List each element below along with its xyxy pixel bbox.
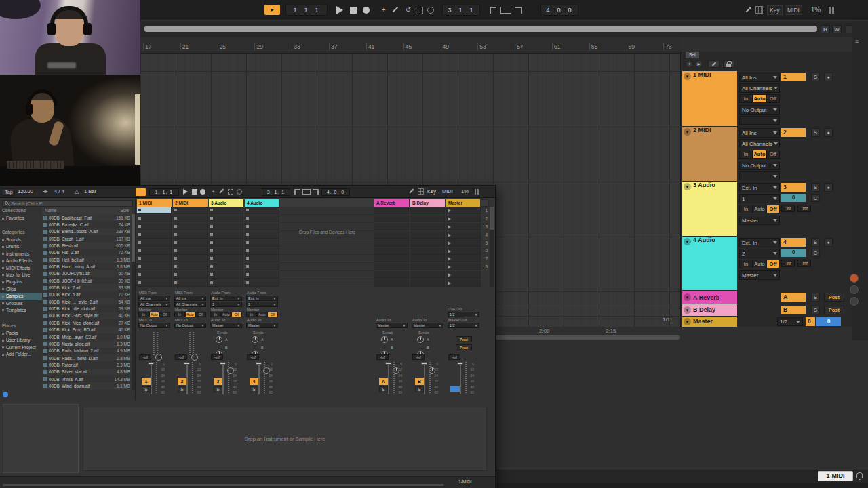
scene-fire-cell[interactable] <box>446 223 481 230</box>
track-color-tab-1[interactable]: ▾1 MIDI <box>682 71 737 126</box>
sidebar-item[interactable]: Plug-Ins <box>0 279 42 285</box>
clip-slot[interactable] <box>410 239 445 247</box>
pre-post-toggle[interactable]: Post <box>824 293 844 302</box>
volume-fader[interactable] <box>460 362 461 394</box>
file-row[interactable]: 00DB_Hell_bell.aif1.3 MB <box>42 256 132 263</box>
input-channel[interactable]: All Channels <box>138 302 170 307</box>
track-color-tab-3[interactable]: ▾3 Audio <box>682 182 737 236</box>
clip-slot[interactable] <box>374 223 409 230</box>
output-type-chooser[interactable]: No Output <box>739 105 780 115</box>
clip-slot[interactable] <box>209 207 243 214</box>
selection-box-icon[interactable] <box>228 189 233 195</box>
pan-knob[interactable] <box>155 354 162 361</box>
clip-slot[interactable] <box>209 239 243 247</box>
track-number[interactable]: 4 <box>781 238 806 247</box>
volume-display[interactable]: -inf <box>139 354 151 360</box>
cue-volume[interactable]: 0 <box>816 317 841 326</box>
master-out-chooser[interactable]: 1/2 <box>448 323 479 328</box>
unfold-icon[interactable]: ▾ <box>684 183 691 190</box>
clip-slot[interactable] <box>173 207 208 214</box>
clip-slot[interactable] <box>209 215 243 222</box>
record-button[interactable] <box>363 7 370 14</box>
output-type[interactable]: Master <box>376 323 408 328</box>
arm-button[interactable]: ● <box>824 73 833 81</box>
volume-display[interactable]: -inf <box>247 354 259 360</box>
punch-out-icon[interactable] <box>515 7 522 14</box>
clip-slot[interactable] <box>374 207 409 214</box>
volume-display[interactable]: -inf <box>448 354 460 360</box>
clip-slot[interactable] <box>173 263 208 270</box>
stop-button[interactable] <box>350 7 357 14</box>
input-type[interactable]: All Ins <box>138 296 170 301</box>
side-button-2[interactable] <box>850 285 859 294</box>
session-scrollbar[interactable] <box>490 207 494 287</box>
input-channel[interactable]: 1 <box>210 302 242 307</box>
unfold-icon[interactable]: ▾ <box>684 238 691 245</box>
clip-slot[interactable] <box>374 263 409 270</box>
clip-slot[interactable] <box>374 271 409 279</box>
clip-slot[interactable] <box>374 239 409 247</box>
cue-volume[interactable] <box>450 386 460 392</box>
file-row[interactable]: 00DB_Midp...ayer_C2.aif1.0 MB <box>42 333 132 340</box>
clip-slot[interactable] <box>137 263 172 270</box>
track-number[interactable]: 1 <box>781 73 806 81</box>
track-number[interactable]: 3 <box>214 378 222 385</box>
solo-button[interactable]: S <box>811 183 820 192</box>
track-color-tab-4[interactable]: ▾4 Audio <box>682 237 737 290</box>
punch-out-icon[interactable] <box>313 189 319 195</box>
master-out-chooser[interactable]: 1/2 <box>777 317 803 326</box>
session-track-header-2[interactable]: 2 MIDI <box>173 199 208 207</box>
master-color-tab[interactable]: ▾Master <box>682 317 737 327</box>
input-type[interactable]: All Ins <box>174 296 206 301</box>
add-locator-icon[interactable]: + <box>686 60 693 68</box>
input-type-chooser[interactable]: Ext. In <box>739 183 780 192</box>
draw-mode-icon[interactable] <box>393 7 398 12</box>
clip-slot[interactable] <box>173 231 208 239</box>
arrangement-position-display[interactable]: 1. 1. 1 <box>285 5 328 16</box>
clip-slot[interactable] <box>209 247 243 255</box>
output-type[interactable]: Master <box>412 323 443 328</box>
follow-button[interactable]: ▸ <box>264 5 280 15</box>
return-letter[interactable]: A <box>781 293 806 302</box>
pre-post-toggle[interactable]: Post <box>456 336 472 342</box>
volume-display[interactable]: -inf <box>175 354 187 360</box>
clip-slot[interactable] <box>410 223 445 230</box>
clip-slot[interactable] <box>374 215 409 222</box>
scene-fire-cell[interactable] <box>446 279 481 287</box>
stop-all-clips-corner[interactable] <box>481 199 489 207</box>
unfold-icon[interactable]: ▾ <box>684 306 691 314</box>
clip-slot[interactable] <box>245 247 279 255</box>
clip-slot[interactable] <box>137 207 172 214</box>
clip-slot[interactable] <box>137 239 172 247</box>
arm-button[interactable]: ● <box>824 183 833 192</box>
output-type-chooser[interactable]: No Output <box>739 161 780 170</box>
collections-header[interactable]: Collections <box>0 207 42 214</box>
return-letter[interactable]: A <box>379 378 388 385</box>
position-display[interactable]: 1. 1. 1 <box>149 188 179 196</box>
unfold-icon[interactable]: ▾ <box>684 293 691 301</box>
scene-number[interactable]: 2 <box>480 215 489 223</box>
loop-length-display[interactable]: 4. 0. 0 <box>321 188 350 196</box>
input-type[interactable]: Ext. In <box>210 296 242 301</box>
record-button[interactable] <box>200 189 205 195</box>
session-track-header-4[interactable]: 4 Audio <box>245 199 279 207</box>
scene-fire-cell[interactable] <box>446 231 481 239</box>
clip-slot[interactable] <box>173 223 208 230</box>
search-input[interactable] <box>2 200 133 207</box>
loop-start-display[interactable]: 3. 1. 1 <box>262 188 290 196</box>
output-channel-chooser[interactable] <box>739 116 780 125</box>
clip-slot[interactable] <box>245 279 279 287</box>
pan-display[interactable]: C <box>811 249 820 257</box>
output-type[interactable]: Master <box>210 323 242 328</box>
pan-knob[interactable] <box>191 354 198 361</box>
clip-slot[interactable] <box>374 247 409 255</box>
volume-display[interactable]: -inf <box>412 354 425 360</box>
file-row[interactable]: 00DB_Horn...ming_A.aif3.8 MB <box>42 263 132 270</box>
file-row[interactable]: 00DB_Kick_5.aif70 KB <box>42 291 132 298</box>
file-row[interactable]: 00DB_Kick_Prog_BD.aif40 KB <box>42 327 132 333</box>
input-type[interactable]: Ext. In <box>246 296 278 301</box>
input-type-chooser[interactable]: Ext. In <box>739 238 780 247</box>
clip-slot[interactable] <box>209 223 243 230</box>
scene-fire-cell[interactable] <box>446 207 481 214</box>
clip-slot[interactable] <box>245 231 279 239</box>
